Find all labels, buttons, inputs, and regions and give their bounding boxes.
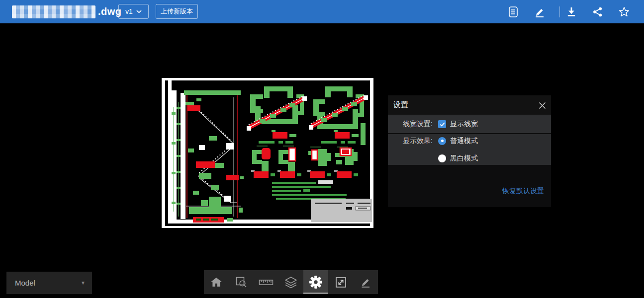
bw-mode-label[interactable]: 黑白模式 xyxy=(450,154,478,163)
zoom-window-button[interactable] xyxy=(229,270,254,294)
file-title: .dwg xyxy=(12,0,122,23)
caret-down-icon: ▼ xyxy=(81,280,86,286)
normal-mode-label[interactable]: 普通模式 xyxy=(450,137,478,146)
ruler-icon xyxy=(259,276,274,288)
close-icon[interactable] xyxy=(538,101,547,110)
cad-drawing-canvas[interactable] xyxy=(161,77,374,228)
viewer-stage: .dwg v1 上传新版本 xyxy=(0,0,644,298)
model-space-dropdown[interactable]: Model ▼ xyxy=(6,272,92,294)
settings-button[interactable] xyxy=(303,270,328,294)
upload-new-version-button[interactable]: 上传新版本 xyxy=(156,4,198,19)
model-space-value: Model xyxy=(15,279,35,287)
share-icon[interactable] xyxy=(589,3,607,21)
chevron-down-icon xyxy=(136,10,142,13)
bw-mode-radio[interactable] xyxy=(438,154,446,162)
check-icon xyxy=(440,122,445,127)
fullscreen-button[interactable] xyxy=(328,270,353,294)
show-linewidth-label[interactable]: 显示线宽 xyxy=(450,120,478,129)
fullscreen-icon xyxy=(335,276,347,289)
linewidth-setting-row: 线宽设置: 显示线宽 xyxy=(388,115,551,133)
display-mode-row-bw: 黑白模式 xyxy=(388,151,551,165)
layers-button[interactable] xyxy=(278,270,303,294)
redacted-filename xyxy=(12,5,95,18)
annotate-button[interactable] xyxy=(353,270,378,294)
version-label: v1 xyxy=(125,7,133,15)
topbar-actions xyxy=(504,0,633,23)
cad-title-block xyxy=(311,199,372,222)
settings-title: 设置 xyxy=(393,100,408,110)
show-linewidth-checkbox[interactable] xyxy=(438,120,446,128)
settings-panel-header: 设置 xyxy=(388,95,551,115)
viewer-toolbar xyxy=(204,270,378,294)
reset-defaults-link[interactable]: 恢复默认设置 xyxy=(502,187,544,196)
linewidth-label: 线宽设置: xyxy=(388,120,433,129)
home-button[interactable] xyxy=(204,270,229,294)
favorite-star-icon[interactable] xyxy=(615,3,633,21)
measure-button[interactable] xyxy=(254,270,278,294)
topbar: .dwg v1 上传新版本 xyxy=(0,0,644,23)
topbar-divider xyxy=(559,6,560,17)
version-dropdown[interactable]: v1 xyxy=(118,4,149,19)
display-mode-label: 显示效果: xyxy=(388,137,433,146)
normal-mode-radio[interactable] xyxy=(438,137,446,145)
gear-icon xyxy=(309,275,323,289)
document-details-icon[interactable] xyxy=(504,3,522,21)
layers-icon xyxy=(284,276,297,289)
download-icon[interactable] xyxy=(562,3,580,21)
home-icon xyxy=(210,276,223,288)
annotate-pencil-icon xyxy=(360,276,371,288)
display-mode-section: 显示效果: 普通模式 黑白模式 xyxy=(388,134,551,165)
annotate-icon[interactable] xyxy=(531,3,549,21)
settings-panel: 设置 线宽设置: 显示线宽 显示效果: 普 xyxy=(388,95,551,207)
display-mode-row-normal: 显示效果: 普通模式 xyxy=(388,134,551,148)
zoom-window-icon xyxy=(235,276,247,288)
